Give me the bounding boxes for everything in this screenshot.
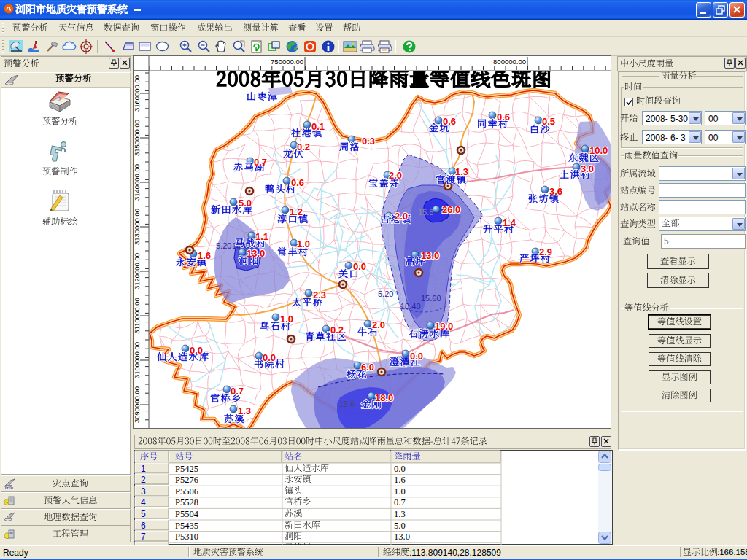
svg-text:2.0: 2.0 — [395, 211, 408, 222]
svg-text:1.3: 1.3 — [394, 509, 406, 519]
svg-text:15.8: 15.8 — [418, 208, 433, 217]
svg-text:P5276: P5276 — [175, 475, 198, 485]
svg-text:0.7: 0.7 — [394, 497, 406, 508]
svg-text:2.0: 2.0 — [389, 170, 402, 181]
svg-text:19.0: 19.0 — [435, 321, 453, 332]
svg-text:3110000.00: 3110000.00 — [133, 298, 141, 334]
svg-text:3: 3 — [141, 486, 146, 497]
svg-text:1.3: 1.3 — [455, 166, 468, 177]
svg-text:15.6: 15.6 — [339, 400, 355, 408]
svg-text:3.6: 3.6 — [549, 186, 562, 197]
svg-text:10.0: 10.0 — [589, 145, 608, 156]
svg-text:3090000.00: 3090000.00 — [133, 386, 141, 423]
svg-text:2.3: 2.3 — [313, 289, 326, 300]
svg-text:13.0: 13.0 — [394, 532, 410, 542]
svg-text:0.1: 0.1 — [311, 121, 325, 132]
svg-text:0.7: 0.7 — [254, 157, 267, 168]
svg-text:P5504: P5504 — [175, 509, 199, 519]
svg-text:0.0: 0.0 — [190, 345, 203, 356]
svg-text:0.6: 0.6 — [497, 112, 510, 122]
svg-text:0.0: 0.0 — [410, 351, 423, 362]
svg-text:0.0: 0.0 — [353, 261, 366, 272]
svg-text:2.9: 2.9 — [539, 246, 552, 257]
svg-text:13.0: 13.0 — [247, 248, 265, 259]
svg-text:1.0: 1.0 — [280, 314, 293, 324]
svg-text:5.0: 5.0 — [239, 198, 252, 209]
svg-text:2: 2 — [141, 475, 146, 485]
svg-text:6.0: 6.0 — [361, 362, 374, 373]
svg-text:3120000.00: 3120000.00 — [133, 253, 141, 289]
svg-text:0.5: 0.5 — [542, 116, 555, 127]
svg-text:0.0: 0.0 — [394, 464, 406, 474]
svg-text:0.6: 0.6 — [291, 177, 304, 188]
svg-text:6: 6 — [141, 521, 146, 531]
svg-text:3100000.00: 3100000.00 — [133, 342, 141, 378]
svg-text:P5435: P5435 — [175, 521, 198, 531]
svg-text:1.0: 1.0 — [297, 238, 310, 249]
svg-text:3160000.00: 3160000.00 — [133, 75, 141, 112]
svg-text:P5528: P5528 — [175, 497, 198, 508]
svg-text:0.7: 0.7 — [231, 386, 244, 397]
svg-text:P5310: P5310 — [175, 532, 198, 542]
svg-text:5.20: 5.20 — [378, 289, 393, 298]
svg-text:P5506: P5506 — [175, 486, 198, 497]
svg-text:5.20: 5.20 — [216, 241, 231, 250]
svg-text:750000.00: 750000.00 — [271, 58, 303, 66]
svg-text:3130000.00: 3130000.00 — [133, 209, 141, 245]
svg-text:5.0: 5.0 — [394, 521, 406, 531]
svg-text:1: 1 — [141, 464, 146, 474]
svg-text:0.0: 0.0 — [263, 352, 276, 363]
svg-text:7: 7 — [141, 532, 146, 542]
svg-text:0.6: 0.6 — [443, 116, 456, 127]
svg-text:1.2: 1.2 — [290, 206, 303, 217]
svg-text:1.3: 1.3 — [238, 405, 251, 416]
svg-text:1.6: 1.6 — [198, 250, 211, 261]
svg-text:P5425: P5425 — [175, 464, 198, 474]
svg-text:4: 4 — [141, 497, 146, 508]
svg-text:3.0: 3.0 — [581, 163, 594, 174]
svg-text:1.4: 1.4 — [503, 217, 516, 228]
svg-text:13.0: 13.0 — [421, 250, 439, 261]
svg-text:0.3: 0.3 — [362, 136, 375, 147]
svg-text:3140000.00: 3140000.00 — [133, 164, 141, 201]
svg-text:1.0: 1.0 — [394, 486, 406, 497]
svg-text:800000.00: 800000.00 — [493, 58, 526, 66]
svg-text:15.60: 15.60 — [421, 294, 441, 303]
svg-text:18.0: 18.0 — [375, 392, 393, 403]
svg-text:10.40: 10.40 — [400, 302, 421, 311]
svg-text:3150000.00: 3150000.00 — [133, 120, 141, 156]
svg-text:1.6: 1.6 — [394, 475, 406, 485]
svg-text:0.2: 0.2 — [297, 141, 310, 152]
svg-text:0.2: 0.2 — [330, 324, 344, 335]
svg-text:2.0: 2.0 — [372, 319, 385, 330]
svg-text:5: 5 — [141, 509, 146, 519]
svg-text:1.1: 1.1 — [255, 231, 268, 242]
svg-text:26.0: 26.0 — [442, 204, 460, 215]
